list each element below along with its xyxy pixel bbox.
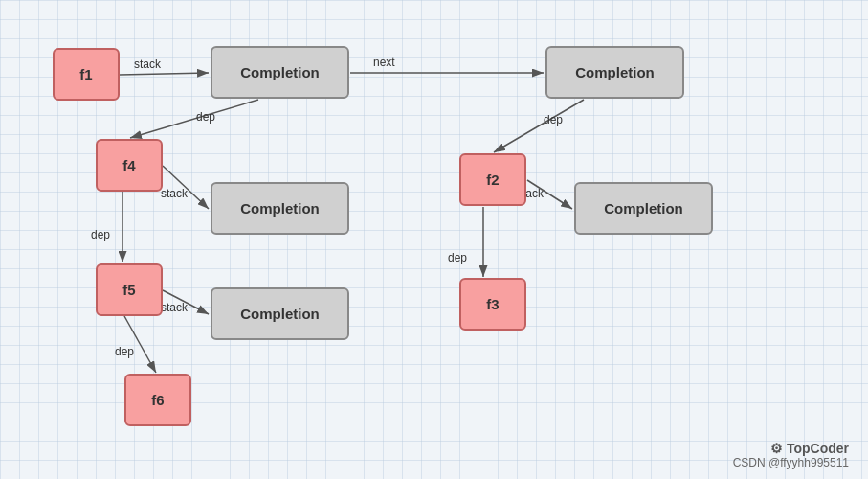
label-dep-4: dep <box>448 251 467 264</box>
label-stack-1: stack <box>134 57 161 71</box>
label-dep-1: dep <box>196 110 215 124</box>
watermark-sub: CSDN @ffyyhh995511 <box>733 456 849 469</box>
svg-line-1 <box>120 73 209 75</box>
node-completion2: Completion <box>545 46 684 99</box>
node-f3: f3 <box>459 278 526 331</box>
watermark: ⚙ TopCoder CSDN @ffyyhh995511 <box>733 441 849 469</box>
node-f1: f1 <box>53 48 120 101</box>
node-completion1: Completion <box>211 46 349 99</box>
label-dep-3: dep <box>91 228 110 241</box>
node-completion3: Completion <box>211 182 349 235</box>
svg-line-5 <box>494 100 584 152</box>
node-f6: f6 <box>124 374 191 426</box>
node-completion4: Completion <box>574 182 713 235</box>
node-f2: f2 <box>459 153 526 206</box>
node-f4: f4 <box>96 139 163 192</box>
node-completion5: Completion <box>211 287 349 340</box>
label-stack-3: stack <box>161 187 188 200</box>
label-dep-2: dep <box>544 113 563 126</box>
label-next: next <box>373 56 395 69</box>
svg-line-3 <box>130 100 258 138</box>
label-dep-5: dep <box>115 345 134 358</box>
label-stack-5: stack <box>161 301 188 314</box>
diagram-container: stack next dep stack dep stack dep stack… <box>0 0 868 479</box>
watermark-brand: ⚙ TopCoder <box>733 441 849 456</box>
node-f5: f5 <box>96 263 163 316</box>
